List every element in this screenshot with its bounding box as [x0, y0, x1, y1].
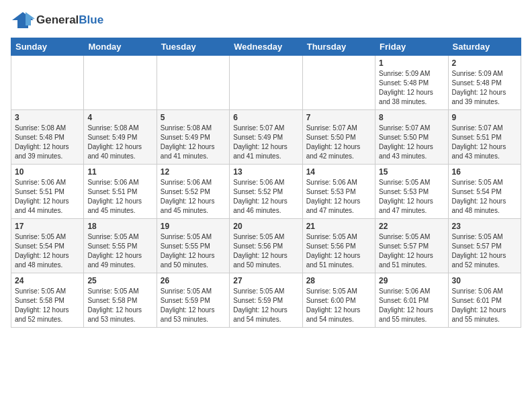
calendar-cell: 21Sunrise: 5:05 AM Sunset: 5:56 PM Dayli… [302, 219, 375, 273]
day-info: Sunrise: 5:07 AM Sunset: 5:49 PM Dayligh… [233, 124, 298, 161]
day-info: Sunrise: 5:05 AM Sunset: 5:54 PM Dayligh… [452, 178, 517, 216]
calendar-cell: 23Sunrise: 5:05 AM Sunset: 5:57 PM Dayli… [448, 219, 521, 273]
calendar-cell: 12Sunrise: 5:06 AM Sunset: 5:52 PM Dayli… [157, 165, 229, 219]
day-info: Sunrise: 5:09 AM Sunset: 5:48 PM Dayligh… [379, 69, 444, 107]
calendar-cell: 24Sunrise: 5:05 AM Sunset: 5:58 PM Dayli… [11, 273, 84, 328]
calendar-cell [230, 56, 302, 110]
day-number: 13 [233, 167, 298, 177]
day-number: 12 [161, 167, 226, 177]
calendar-cell: 6Sunrise: 5:07 AM Sunset: 5:49 PM Daylig… [230, 110, 302, 165]
day-number: 10 [15, 167, 80, 177]
day-number: 22 [379, 222, 444, 231]
calendar-cell: 22Sunrise: 5:05 AM Sunset: 5:57 PM Dayli… [375, 219, 448, 273]
day-number: 26 [161, 276, 226, 285]
day-info: Sunrise: 5:05 AM Sunset: 5:59 PM Dayligh… [233, 287, 298, 324]
weekday-header-sunday: Sunday [11, 38, 84, 56]
day-number: 27 [233, 276, 298, 285]
day-number: 16 [452, 167, 517, 177]
day-info: Sunrise: 5:05 AM Sunset: 5:55 PM Dayligh… [87, 232, 152, 270]
calendar-table: SundayMondayTuesdayWednesdayThursdayFrid… [11, 38, 521, 328]
calendar-cell [84, 56, 157, 110]
day-number: 19 [161, 222, 226, 231]
calendar-cell: 8Sunrise: 5:07 AM Sunset: 5:50 PM Daylig… [375, 110, 448, 165]
day-number: 21 [306, 222, 371, 231]
calendar-cell: 9Sunrise: 5:07 AM Sunset: 5:51 PM Daylig… [448, 110, 521, 165]
day-info: Sunrise: 5:08 AM Sunset: 5:49 PM Dayligh… [161, 124, 226, 161]
day-info: Sunrise: 5:06 AM Sunset: 6:01 PM Dayligh… [452, 287, 517, 324]
logo: GeneralBlue [11, 11, 103, 30]
calendar-row-0: 1Sunrise: 5:09 AM Sunset: 5:48 PM Daylig… [11, 56, 521, 110]
day-info: Sunrise: 5:06 AM Sunset: 5:52 PM Dayligh… [233, 178, 298, 216]
calendar-cell: 16Sunrise: 5:05 AM Sunset: 5:54 PM Dayli… [448, 165, 521, 219]
day-number: 17 [15, 222, 80, 231]
calendar-cell: 1Sunrise: 5:09 AM Sunset: 5:48 PM Daylig… [375, 56, 448, 110]
calendar-cell: 19Sunrise: 5:05 AM Sunset: 5:55 PM Dayli… [157, 219, 229, 273]
day-info: Sunrise: 5:05 AM Sunset: 5:55 PM Dayligh… [161, 232, 226, 270]
day-number: 4 [87, 113, 152, 122]
calendar-cell: 18Sunrise: 5:05 AM Sunset: 5:55 PM Dayli… [84, 219, 157, 273]
day-number: 23 [452, 222, 517, 231]
calendar-row-4: 24Sunrise: 5:05 AM Sunset: 5:58 PM Dayli… [11, 273, 521, 328]
day-number: 24 [15, 276, 80, 285]
day-info: Sunrise: 5:05 AM Sunset: 5:57 PM Dayligh… [452, 232, 517, 270]
day-info: Sunrise: 5:06 AM Sunset: 5:51 PM Dayligh… [15, 178, 80, 216]
calendar-cell: 5Sunrise: 5:08 AM Sunset: 5:49 PM Daylig… [157, 110, 229, 165]
calendar-cell: 26Sunrise: 5:05 AM Sunset: 5:59 PM Dayli… [157, 273, 229, 328]
day-number: 20 [233, 222, 298, 231]
day-number: 2 [452, 58, 517, 68]
day-info: Sunrise: 5:05 AM Sunset: 5:58 PM Dayligh… [87, 287, 152, 324]
calendar-cell: 7Sunrise: 5:07 AM Sunset: 5:50 PM Daylig… [302, 110, 375, 165]
calendar-cell: 15Sunrise: 5:05 AM Sunset: 5:53 PM Dayli… [375, 165, 448, 219]
day-info: Sunrise: 5:05 AM Sunset: 5:58 PM Dayligh… [15, 287, 80, 324]
day-info: Sunrise: 5:06 AM Sunset: 6:01 PM Dayligh… [379, 287, 444, 324]
day-info: Sunrise: 5:05 AM Sunset: 5:56 PM Dayligh… [233, 232, 298, 270]
weekday-header-wednesday: Wednesday [230, 38, 302, 56]
day-number: 29 [379, 276, 444, 285]
day-number: 5 [161, 113, 226, 122]
weekday-header-tuesday: Tuesday [157, 38, 229, 56]
calendar-cell: 4Sunrise: 5:08 AM Sunset: 5:49 PM Daylig… [84, 110, 157, 165]
calendar-cell: 30Sunrise: 5:06 AM Sunset: 6:01 PM Dayli… [448, 273, 521, 328]
day-info: Sunrise: 5:06 AM Sunset: 5:53 PM Dayligh… [306, 178, 371, 216]
day-info: Sunrise: 5:07 AM Sunset: 5:51 PM Dayligh… [452, 124, 517, 161]
weekday-header-thursday: Thursday [302, 38, 375, 56]
day-info: Sunrise: 5:08 AM Sunset: 5:48 PM Dayligh… [15, 124, 80, 161]
day-number: 11 [87, 167, 152, 177]
day-number: 7 [306, 113, 371, 122]
day-number: 30 [452, 276, 517, 285]
weekday-header-saturday: Saturday [448, 38, 521, 56]
day-number: 14 [306, 167, 371, 177]
logo-general: General [36, 13, 79, 26]
day-info: Sunrise: 5:05 AM Sunset: 5:59 PM Dayligh… [161, 287, 226, 324]
page-header: GeneralBlue [11, 11, 521, 30]
day-info: Sunrise: 5:05 AM Sunset: 5:56 PM Dayligh… [306, 232, 371, 270]
logo-icon [11, 11, 35, 30]
day-number: 8 [379, 113, 444, 122]
calendar-cell: 20Sunrise: 5:05 AM Sunset: 5:56 PM Dayli… [230, 219, 302, 273]
day-info: Sunrise: 5:07 AM Sunset: 5:50 PM Dayligh… [306, 124, 371, 161]
day-info: Sunrise: 5:05 AM Sunset: 6:00 PM Dayligh… [306, 287, 371, 324]
day-number: 28 [306, 276, 371, 285]
calendar-cell: 13Sunrise: 5:06 AM Sunset: 5:52 PM Dayli… [230, 165, 302, 219]
calendar-cell: 29Sunrise: 5:06 AM Sunset: 6:01 PM Dayli… [375, 273, 448, 328]
day-number: 6 [233, 113, 298, 122]
calendar-cell: 25Sunrise: 5:05 AM Sunset: 5:58 PM Dayli… [84, 273, 157, 328]
calendar-cell: 28Sunrise: 5:05 AM Sunset: 6:00 PM Dayli… [302, 273, 375, 328]
day-number: 25 [87, 276, 152, 285]
weekday-header-monday: Monday [84, 38, 157, 56]
day-info: Sunrise: 5:09 AM Sunset: 5:48 PM Dayligh… [452, 69, 517, 107]
calendar-cell: 14Sunrise: 5:06 AM Sunset: 5:53 PM Dayli… [302, 165, 375, 219]
day-info: Sunrise: 5:06 AM Sunset: 5:52 PM Dayligh… [161, 178, 226, 216]
calendar-cell: 27Sunrise: 5:05 AM Sunset: 5:59 PM Dayli… [230, 273, 302, 328]
calendar-cell: 10Sunrise: 5:06 AM Sunset: 5:51 PM Dayli… [11, 165, 84, 219]
calendar-cell: 2Sunrise: 5:09 AM Sunset: 5:48 PM Daylig… [448, 56, 521, 110]
day-info: Sunrise: 5:05 AM Sunset: 5:54 PM Dayligh… [15, 232, 80, 270]
day-info: Sunrise: 5:08 AM Sunset: 5:49 PM Dayligh… [87, 124, 152, 161]
weekday-header-friday: Friday [375, 38, 448, 56]
calendar-row-3: 17Sunrise: 5:05 AM Sunset: 5:54 PM Dayli… [11, 219, 521, 273]
weekday-header-row: SundayMondayTuesdayWednesdayThursdayFrid… [11, 38, 521, 56]
calendar-row-2: 10Sunrise: 5:06 AM Sunset: 5:51 PM Dayli… [11, 165, 521, 219]
logo-blue: Blue [79, 13, 103, 26]
calendar-cell [302, 56, 375, 110]
day-number: 18 [87, 222, 152, 231]
